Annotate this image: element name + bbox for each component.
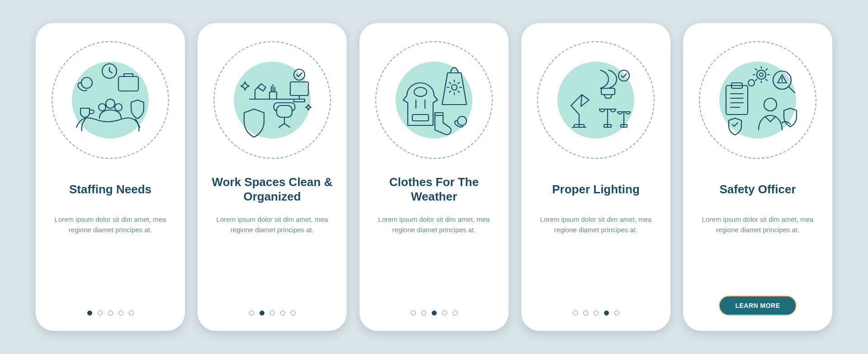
svg-point-26 (764, 98, 777, 111)
onboarding-card-5: Safety Officer Lorem ipsum dolor sit dim… (683, 23, 832, 331)
illustration (375, 41, 493, 159)
dot-2[interactable] (259, 311, 264, 316)
onboarding-card-4: Proper Lighting Lorem ipsum dolor sit di… (521, 23, 670, 331)
svg-point-2 (115, 104, 122, 111)
dot-3[interactable] (270, 311, 275, 316)
svg-point-15 (618, 70, 629, 81)
onboarding-card-2: Work Spaces Clean & Organized Lorem ipsu… (198, 23, 347, 331)
svg-point-13 (458, 116, 467, 125)
onboarding-card-3: Clothes For The Weather Lorem ipsum dolo… (359, 23, 509, 331)
svg-rect-7 (269, 92, 277, 99)
dot-1[interactable] (87, 311, 92, 316)
weather-clothes-icon (384, 50, 484, 150)
dot-4[interactable] (442, 311, 447, 316)
svg-point-11 (414, 87, 427, 96)
dot-4[interactable] (118, 311, 123, 316)
svg-rect-19 (726, 86, 748, 115)
svg-point-23 (748, 80, 755, 86)
dot-1[interactable] (411, 311, 416, 316)
illustration (537, 41, 655, 159)
svg-point-0 (106, 99, 115, 108)
dot-3[interactable] (432, 311, 437, 316)
dot-5[interactable] (291, 311, 296, 316)
workspace-clean-icon (222, 50, 322, 150)
card-description: Lorem ipsum dolor sit dim amet, mea regi… (54, 214, 167, 235)
onboarding-card-1: Staffing Needs Lorem ipsum dolor sit dim… (36, 23, 185, 331)
svg-point-25 (782, 81, 783, 82)
illustration (213, 41, 331, 159)
svg-point-1 (99, 104, 106, 111)
dot-1[interactable] (573, 311, 578, 316)
svg-rect-12 (412, 115, 429, 121)
dot-3[interactable] (108, 311, 113, 316)
pagination-dots (249, 311, 296, 316)
dot-2[interactable] (583, 311, 588, 316)
dot-5[interactable] (453, 311, 458, 316)
dot-5[interactable] (129, 311, 134, 316)
svg-point-8 (294, 69, 305, 80)
card-description: Lorem ipsum dolor sit dim amet, mea regi… (701, 214, 814, 235)
card-title: Safety Officer (719, 174, 796, 204)
svg-point-10 (452, 85, 457, 90)
dot-4[interactable] (280, 311, 285, 316)
staffing-needs-icon (61, 50, 160, 150)
dot-4[interactable] (604, 311, 609, 316)
safety-officer-icon (708, 50, 807, 150)
svg-rect-14 (601, 88, 615, 95)
dot-2[interactable] (98, 311, 103, 316)
svg-point-5 (81, 77, 92, 88)
illustration (699, 41, 816, 159)
svg-point-22 (760, 73, 763, 77)
dot-5[interactable] (614, 311, 619, 316)
svg-rect-3 (118, 77, 138, 91)
svg-rect-9 (277, 105, 292, 117)
svg-rect-6 (290, 82, 308, 96)
card-title: Proper Lighting (552, 174, 640, 204)
card-title: Clothes For The Weather (372, 174, 496, 204)
pagination-dots (87, 311, 134, 316)
pagination-dots (573, 311, 619, 316)
card-description: Lorem ipsum dolor sit dim amet, mea regi… (539, 214, 652, 235)
card-description: Lorem ipsum dolor sit dim amet, mea regi… (216, 214, 329, 235)
dot-2[interactable] (421, 311, 426, 316)
pagination-dots (411, 311, 458, 316)
dot-3[interactable] (594, 311, 599, 316)
learn-more-button[interactable]: LEARN MORE (719, 296, 796, 316)
card-title: Staffing Needs (69, 174, 151, 204)
card-title: Work Spaces Clean & Organized (210, 174, 334, 204)
lighting-icon (546, 50, 646, 150)
svg-point-21 (757, 70, 766, 79)
card-description: Lorem ipsum dolor sit dim amet, mea regi… (377, 214, 491, 235)
dot-1[interactable] (249, 311, 254, 316)
illustration (52, 41, 169, 159)
